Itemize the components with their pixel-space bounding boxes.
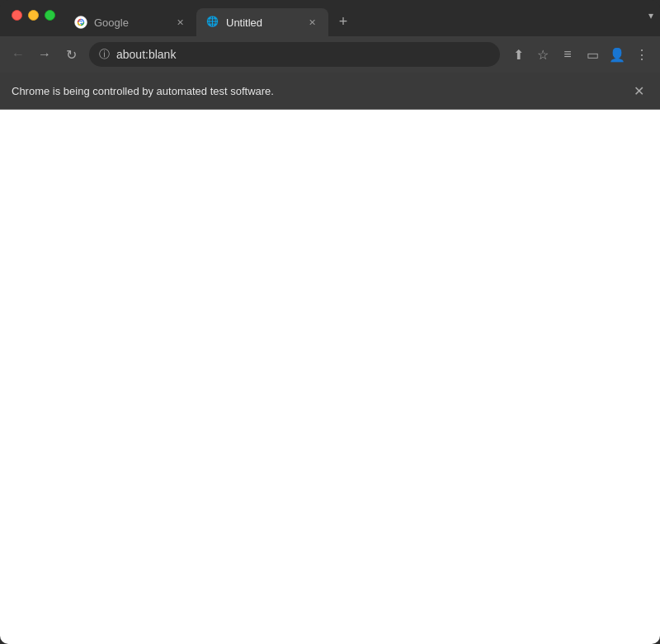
address-security-icon: ⓘ <box>99 47 110 62</box>
split-view-button[interactable]: ▭ <box>581 43 604 66</box>
page-content <box>0 110 660 644</box>
menu-button[interactable]: ⋮ <box>630 43 653 66</box>
banner-close-button[interactable]: ✕ <box>629 81 648 101</box>
new-tab-button[interactable]: + <box>332 10 355 33</box>
address-bar[interactable]: ⓘ about:blank <box>89 42 500 67</box>
tab-bar: G Google ✕ 🌐 Untitled ✕ + <box>0 0 660 36</box>
reload-button[interactable]: ↻ <box>59 43 82 66</box>
tab-list-button[interactable]: ▾ <box>648 10 653 21</box>
tabs-container: G Google ✕ 🌐 Untitled ✕ + <box>64 0 355 36</box>
toolbar: ← → ↻ ⓘ about:blank ⬆ ☆ ≡ ▭ 👤 ⋮ <box>0 36 660 73</box>
tab-search-button[interactable]: ≡ <box>556 43 579 66</box>
tab-google[interactable]: G Google ✕ <box>64 8 196 36</box>
untitled-favicon-icon: 🌐 <box>206 16 219 29</box>
tab-google-close-button[interactable]: ✕ <box>173 16 186 29</box>
bookmark-button[interactable]: ☆ <box>531 43 554 66</box>
back-button[interactable]: ← <box>7 43 30 66</box>
traffic-lights <box>12 10 55 21</box>
tab-google-title: Google <box>94 16 167 29</box>
tab-untitled-title: Untitled <box>226 16 299 29</box>
tab-untitled-close-button[interactable]: ✕ <box>305 16 318 29</box>
profile-button[interactable]: 👤 <box>606 43 629 66</box>
tab-untitled[interactable]: 🌐 Untitled ✕ <box>196 8 328 36</box>
minimize-traffic-light[interactable] <box>28 10 39 21</box>
close-traffic-light[interactable] <box>12 10 22 21</box>
browser-window: G Google ✕ 🌐 Untitled ✕ + <box>0 0 660 644</box>
automation-banner: Chrome is being controlled by automated … <box>0 73 660 110</box>
google-favicon-icon: G <box>74 16 87 29</box>
maximize-traffic-light[interactable] <box>45 10 55 21</box>
address-text: about:blank <box>116 48 490 61</box>
forward-button[interactable]: → <box>33 43 56 66</box>
automation-banner-text: Chrome is being controlled by automated … <box>12 85 274 97</box>
share-button[interactable]: ⬆ <box>507 43 530 66</box>
toolbar-right-icons: ⬆ ☆ ≡ ▭ 👤 ⋮ <box>507 43 653 66</box>
